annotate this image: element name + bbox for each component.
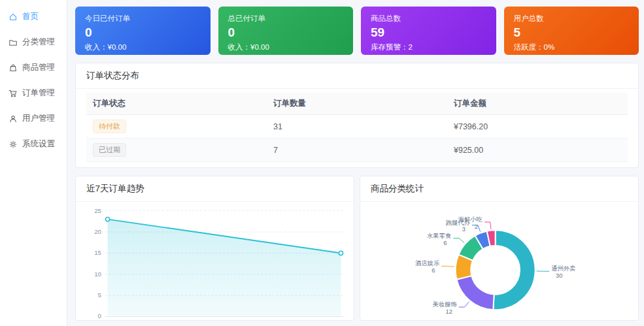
sidebar-item-orders[interactable]: 订单管理 (0, 80, 67, 106)
y-axis-tick-label: 10 (94, 270, 101, 278)
order-status-table: 订单状态 订单数量 订单金额 待付款 31 ¥7396.20 已过期 7 ¥92… (86, 93, 628, 162)
order-amount: ¥7396.20 (447, 115, 628, 139)
stat-title: 用户总数 (514, 14, 630, 24)
order-amount: ¥925.00 (447, 139, 628, 162)
order-count: 31 (267, 115, 447, 139)
y-axis-tick-label: 0 (98, 312, 102, 319)
stat-subtitle: 库存预警：2 (371, 42, 486, 52)
status-badge: 待付款 (93, 120, 126, 133)
line-chart-canvas[interactable]: 051015202502-09T16:00:00.000Z2025-02-10T… (78, 203, 351, 321)
category-chart-title: 商品分类统计 (360, 176, 638, 202)
status-badge: 已过期 (93, 143, 126, 157)
bag-icon (8, 63, 18, 73)
order-status-panel-title: 订单状态分布 (76, 63, 638, 89)
table-row: 已过期 7 ¥925.00 (86, 139, 628, 162)
col-header-amount: 订单金额 (447, 93, 628, 115)
stat-title: 总已付订单 (228, 14, 344, 24)
slice-label: 美妆服饰12 (432, 301, 456, 315)
order-status-table-wrap: 订单状态 订单数量 订单金额 待付款 31 ¥7396.20 已过期 7 ¥92… (76, 89, 638, 167)
stat-title: 商品总数 (371, 14, 486, 24)
stat-subtitle: 收入：¥0.00 (228, 42, 344, 52)
sidebar-item-label: 分类管理 (22, 37, 55, 48)
slice-label: 水果零食6 (426, 233, 451, 246)
y-axis-tick-label: 25 (94, 207, 101, 214)
stat-value: 0 (228, 25, 344, 40)
sidebar-item-label: 订单管理 (22, 88, 55, 99)
sidebar-item-home[interactable]: 首页 (0, 4, 67, 29)
table-header-row: 订单状态 订单数量 订单金额 (86, 93, 628, 115)
y-axis-tick-label: 15 (94, 249, 101, 256)
y-axis-tick-label: 20 (94, 228, 101, 235)
stat-title: 今日已付订单 (85, 14, 201, 24)
order-count: 7 (267, 139, 447, 162)
category-chart-body: 通州外卖30美妆服饰12酒店娱乐6水果零食6跑腿代办3海鲜小吃2 (360, 202, 638, 321)
sidebar-item-label: 系统设置 (22, 139, 55, 150)
line-area-fill (108, 220, 341, 317)
sidebar-item-label: 商品管理 (22, 62, 55, 73)
sidebar-item-products[interactable]: 商品管理 (0, 55, 67, 80)
charts-row: 近7天订单趋势 051015202502-09T16:00:00.000Z202… (75, 176, 639, 321)
cart-icon (8, 89, 18, 98)
folder-icon (8, 38, 18, 47)
col-header-status: 订单状态 (86, 93, 267, 115)
donut-chart-canvas[interactable]: 通州外卖30美妆服饰12酒店娱乐6水果零食6跑腿代办3海鲜小吃2 (363, 203, 636, 321)
sidebar-item-settings[interactable]: 系统设置 (0, 131, 67, 157)
user-icon (8, 114, 18, 123)
data-point[interactable] (106, 217, 110, 221)
stat-value: 0 (85, 25, 201, 40)
sidebar-item-users[interactable]: 用户管理 (0, 106, 67, 131)
stat-value: 5 (514, 25, 630, 40)
donut-slice[interactable] (456, 276, 494, 310)
donut-slice[interactable] (493, 230, 535, 310)
order-status-panel: 订单状态分布 订单状态 订单数量 订单金额 待付款 31 ¥7396.20 (75, 63, 639, 168)
label-leader-line (459, 302, 469, 307)
main-content: 今日已付订单 0 收入：¥0.00 总已付订单 0 收入：¥0.00 商品总数 … (67, 0, 644, 326)
y-axis-tick-label: 5 (98, 291, 101, 299)
data-point[interactable] (339, 251, 343, 255)
home-icon (8, 12, 18, 22)
slice-label: 酒店娱乐6 (415, 260, 440, 274)
label-leader-line (441, 266, 454, 267)
sidebar-item-categories[interactable]: 分类管理 (0, 29, 67, 55)
stat-cards-row: 今日已付订单 0 收入：¥0.00 总已付订单 0 收入：¥0.00 商品总数 … (75, 7, 639, 55)
stat-card-paid-today: 今日已付订单 0 收入：¥0.00 (75, 7, 211, 55)
table-row: 待付款 31 ¥7396.20 (86, 115, 628, 139)
col-header-count: 订单数量 (267, 93, 447, 115)
sidebar-item-label: 首页 (22, 11, 39, 22)
stat-card-products: 商品总数 59 库存预警：2 (361, 7, 496, 55)
stat-card-paid-total: 总已付订单 0 收入：¥0.00 (218, 7, 354, 55)
stat-card-users: 用户总数 5 活跃度：0% (504, 7, 639, 55)
category-chart-panel: 商品分类统计 通州外卖30美妆服饰12酒店娱乐6水果零食6跑腿代办3海鲜小吃2 (360, 176, 639, 321)
trend-chart-title: 近7天订单趋势 (76, 176, 354, 202)
trend-chart-body: 051015202502-09T16:00:00.000Z2025-02-10T… (76, 202, 354, 321)
stat-value: 59 (371, 25, 486, 40)
stat-subtitle: 收入：¥0.00 (85, 42, 201, 52)
trend-chart-panel: 近7天订单趋势 051015202502-09T16:00:00.000Z202… (75, 176, 354, 321)
sidebar: 首页 分类管理 商品管理 订单管理 用户管理 系统设置 (0, 0, 67, 326)
gear-icon (8, 140, 18, 149)
sidebar-item-label: 用户管理 (22, 113, 55, 124)
slice-label: 通州外卖30 (551, 265, 575, 279)
stat-subtitle: 活跃度：0% (514, 42, 630, 52)
label-leader-line (453, 238, 464, 243)
label-leader-line (484, 222, 491, 229)
